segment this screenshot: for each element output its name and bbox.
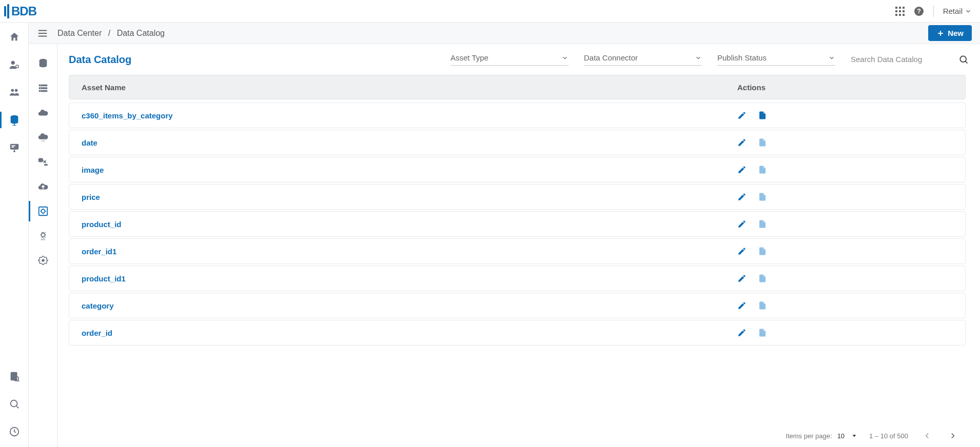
asset-name-link[interactable]: product_id [82,220,737,229]
asset-type-filter[interactable]: Asset Type [450,53,569,66]
edit-icon[interactable] [737,219,747,229]
svg-point-38 [40,88,41,88]
edit-icon[interactable] [737,138,747,147]
asset-name-link[interactable]: image [82,166,737,174]
tenant-label: Retail [943,7,963,15]
publish-status-label: Publish Status [717,53,767,62]
publish-status-filter[interactable]: Publish Status [717,53,835,66]
document-icon[interactable] [758,138,767,147]
cloud-icon[interactable] [29,103,57,123]
servers-icon[interactable] [29,78,57,98]
svg-text:?: ? [917,7,921,15]
document-icon[interactable] [758,111,767,120]
page-range: 1 – 10 of 500 [869,432,908,440]
page-title: Data Catalog [69,54,264,66]
svg-rect-35 [38,87,47,89]
asset-name-link[interactable]: order_id1 [82,247,737,256]
svg-rect-8 [903,10,905,12]
document-icon[interactable] [758,165,767,174]
asset-name-link[interactable]: price [82,193,737,201]
triangle-down-icon [852,433,857,438]
secondary-rail: </>API [29,23,57,447]
explore-icon[interactable] [0,396,29,412]
search-icon[interactable] [958,54,969,65]
svg-text:</>: </> [41,139,45,143]
document-icon[interactable] [758,247,767,256]
document-icon[interactable] [758,328,767,337]
svg-rect-6 [895,10,897,12]
home-icon[interactable] [0,29,29,45]
svg-point-37 [40,85,41,86]
presentation-icon[interactable] [0,139,29,156]
tenant-selector[interactable]: Retail [943,7,972,15]
catalog-icon[interactable] [29,201,57,221]
table[interactable]: Asset Name Actions c360_items_by_categor… [69,75,969,424]
cloud-code-icon[interactable]: </> [29,127,57,148]
asset-name-link[interactable]: order_id [82,329,737,337]
edit-icon[interactable] [737,301,747,310]
table-row: product_id [69,211,966,237]
col-asset-name: Asset Name [82,83,737,92]
row-actions [737,111,953,120]
menu-icon[interactable] [37,28,48,39]
svg-rect-34 [38,85,47,87]
data-stores-icon[interactable] [29,53,57,74]
asset-name-link[interactable]: product_id1 [82,274,737,283]
new-button[interactable]: New [928,25,972,41]
groups-icon[interactable] [0,84,29,100]
svg-line-54 [966,61,968,63]
asset-name-link[interactable]: category [82,301,737,310]
asset-name-link[interactable]: date [82,138,737,147]
chevron-down-icon [965,8,972,15]
document-icon[interactable] [758,301,767,310]
table-row: image [69,157,966,182]
audit-icon[interactable] [0,368,29,384]
document-icon[interactable] [758,192,767,201]
svg-rect-5 [903,7,905,9]
search-wrap [851,54,969,65]
document-icon[interactable] [758,274,767,283]
asset-name-link[interactable]: c360_items_by_category [82,111,737,120]
data-icon[interactable] [0,112,29,128]
settings-gear-icon[interactable] [29,250,57,271]
monitor-icon[interactable] [0,423,29,440]
upload-cloud-icon[interactable] [29,176,57,197]
user-admin-icon[interactable] [0,56,29,73]
edit-icon[interactable] [737,111,747,120]
col-actions: Actions [737,83,953,92]
svg-point-29 [10,400,17,407]
row-actions [737,247,953,256]
edit-icon[interactable] [737,328,747,337]
transform-icon[interactable] [29,152,57,172]
apps-grid-icon[interactable] [895,7,905,16]
svg-point-17 [14,89,17,92]
content-header: Data Catalog Asset Type Data Connector P… [69,53,969,66]
svg-text:API: API [41,238,45,241]
help-icon[interactable]: ? [914,6,924,16]
paginator: Items per page: 10 1 – 10 of 500 [69,424,969,447]
next-page-button[interactable] [946,429,959,442]
prev-page-button[interactable] [920,429,934,442]
api-settings-icon[interactable]: API [29,226,57,246]
svg-point-16 [11,89,13,92]
svg-line-28 [17,380,19,381]
search-input[interactable] [851,55,955,64]
chevron-down-icon [828,54,835,62]
edit-icon[interactable] [737,274,747,283]
edit-icon[interactable] [737,247,747,256]
page-size-select[interactable]: 10 [837,432,857,440]
edit-icon[interactable] [737,192,747,201]
svg-point-53 [960,56,966,62]
breadcrumb-current: Data Catalog [117,29,165,37]
edit-icon[interactable] [737,165,747,174]
data-connector-filter[interactable]: Data Connector [584,53,702,66]
breadcrumb-bar: Data Center / Data Catalog New [29,23,980,44]
document-icon[interactable] [758,219,767,229]
table-header: Asset Name Actions [69,75,966,99]
row-actions [737,138,953,147]
svg-rect-43 [38,207,47,216]
svg-rect-3 [895,7,897,9]
breadcrumb-parent[interactable]: Data Center [57,29,102,37]
header-divider [933,6,934,17]
svg-rect-23 [11,147,14,148]
